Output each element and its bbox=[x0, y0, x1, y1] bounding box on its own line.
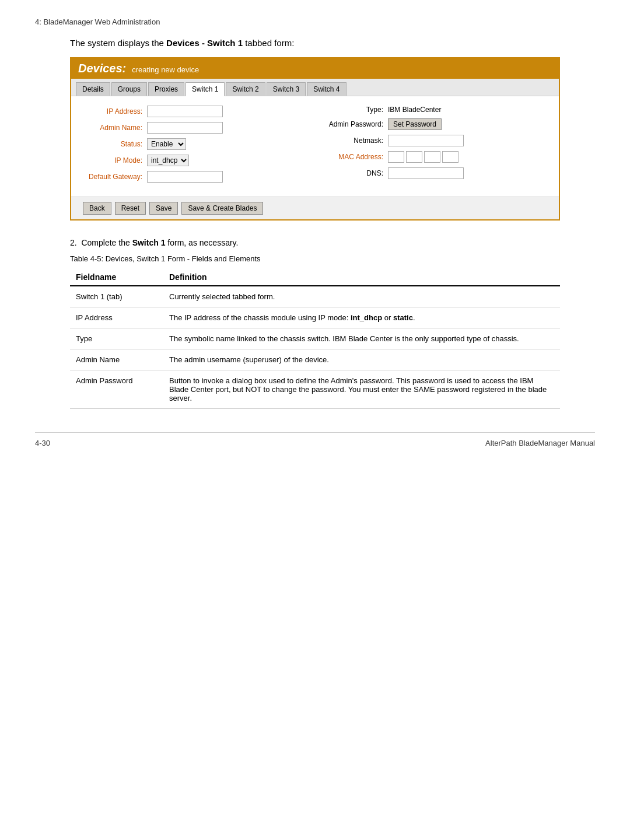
panel-body: IP Address: Admin Name: Status: Enable D… bbox=[71, 96, 559, 197]
table-row: Switch 1 (tab) Currently selected tabbed… bbox=[70, 286, 560, 307]
ip-mode-label: IP Mode: bbox=[83, 156, 147, 164]
table-row: IP Address The IP address of the chassis… bbox=[70, 307, 560, 328]
dns-label: DNS: bbox=[324, 169, 388, 177]
page-header: 4: BladeManager Web Administration bbox=[35, 18, 595, 26]
tabs-row: Details Groups Proxies Switch 1 Switch 2… bbox=[71, 79, 559, 96]
tab-proxies[interactable]: Proxies bbox=[148, 82, 184, 96]
definition-cell: The symbolic name linked to the chassis … bbox=[163, 328, 560, 349]
set-password-button[interactable]: Set Password bbox=[388, 118, 442, 130]
table-row: Admin Password Button to invoke a dialog… bbox=[70, 370, 560, 409]
fieldname-cell: Admin Name bbox=[70, 349, 163, 370]
fieldname-cell: Admin Password bbox=[70, 370, 163, 409]
definition-cell: The IP address of the chassis module usi… bbox=[163, 307, 560, 328]
dns-row: DNS: bbox=[324, 167, 547, 179]
ip-address-label: IP Address: bbox=[83, 107, 147, 116]
dns-input[interactable] bbox=[388, 167, 464, 179]
default-gateway-label: Default Gateway: bbox=[83, 173, 147, 181]
definition-cell: The admin username (superuser) of the de… bbox=[163, 349, 560, 370]
mac-address-fields bbox=[388, 151, 459, 163]
fieldname-cell: Type bbox=[70, 328, 163, 349]
save-button[interactable]: Save bbox=[149, 202, 178, 215]
intro-text: The system displays the Devices - Switch… bbox=[70, 38, 595, 48]
table-row: Type The symbolic name linked to the cha… bbox=[70, 328, 560, 349]
reset-button[interactable]: Reset bbox=[115, 202, 146, 215]
tab-switch2[interactable]: Switch 2 bbox=[226, 82, 265, 96]
mac-address-label: MAC Address: bbox=[324, 153, 388, 161]
devices-title: Devices: bbox=[78, 62, 126, 75]
admin-password-label: Admin Password: bbox=[324, 120, 388, 128]
devices-subtitle: creating new device bbox=[132, 65, 199, 74]
col-header-definition: Definition bbox=[163, 269, 560, 286]
form-section: IP Address: Admin Name: Status: Enable D… bbox=[83, 106, 547, 187]
status-row: Status: Enable Disable bbox=[83, 138, 306, 150]
footer-left: 4-30 bbox=[35, 439, 50, 447]
save-create-blades-button[interactable]: Save & Create Blades bbox=[181, 202, 263, 215]
definition-cell: Currently selected tabbed form. bbox=[163, 286, 560, 307]
ip-address-input[interactable] bbox=[147, 106, 223, 117]
panel-footer: Back Reset Save Save & Create Blades bbox=[71, 197, 559, 219]
tab-details[interactable]: Details bbox=[76, 82, 110, 96]
table-caption: Table 4-5: Devices, Switch 1 Form - Fiel… bbox=[70, 254, 595, 263]
admin-password-row: Admin Password: Set Password bbox=[324, 118, 547, 130]
step2-text: 2. Complete the Switch 1 form, as necess… bbox=[70, 238, 595, 247]
fieldname-cell: IP Address bbox=[70, 307, 163, 328]
back-button[interactable]: Back bbox=[83, 202, 111, 215]
footer-right: AlterPath BladeManager Manual bbox=[485, 439, 595, 447]
tab-groups[interactable]: Groups bbox=[111, 82, 147, 96]
type-value: IBM BladeCenter bbox=[388, 106, 441, 114]
fieldname-cell: Switch 1 (tab) bbox=[70, 286, 163, 307]
default-gateway-input[interactable] bbox=[147, 171, 223, 183]
mac-address-row: MAC Address: bbox=[324, 151, 547, 163]
table-row: Admin Name The admin username (superuser… bbox=[70, 349, 560, 370]
tab-switch3[interactable]: Switch 3 bbox=[267, 82, 306, 96]
mac-field-4[interactable] bbox=[442, 151, 459, 163]
netmask-row: Netmask: bbox=[324, 135, 547, 146]
devices-panel: Devices: creating new device Details Gro… bbox=[70, 57, 560, 220]
ip-mode-row: IP Mode: int_dhcp static bbox=[83, 155, 306, 166]
form-left: IP Address: Admin Name: Status: Enable D… bbox=[83, 106, 306, 187]
type-label: Type: bbox=[324, 106, 388, 114]
ip-address-row: IP Address: bbox=[83, 106, 306, 117]
tab-switch1[interactable]: Switch 1 bbox=[186, 82, 225, 96]
col-header-fieldname: Fieldname bbox=[70, 269, 163, 286]
netmask-label: Netmask: bbox=[324, 136, 388, 145]
devices-header: Devices: creating new device bbox=[71, 58, 559, 79]
admin-name-row: Admin Name: bbox=[83, 122, 306, 134]
status-label: Status: bbox=[83, 140, 147, 148]
admin-name-label: Admin Name: bbox=[83, 124, 147, 132]
admin-name-input[interactable] bbox=[147, 122, 223, 134]
fields-table: Fieldname Definition Switch 1 (tab) Curr… bbox=[70, 269, 560, 409]
tab-switch4[interactable]: Switch 4 bbox=[307, 82, 346, 96]
default-gateway-row: Default Gateway: bbox=[83, 171, 306, 183]
mac-field-3[interactable] bbox=[424, 151, 440, 163]
status-select[interactable]: Enable Disable bbox=[147, 138, 186, 150]
form-right: Type: IBM BladeCenter Admin Password: Se… bbox=[324, 106, 547, 187]
netmask-input[interactable] bbox=[388, 135, 464, 146]
type-row: Type: IBM BladeCenter bbox=[324, 106, 547, 114]
mac-field-2[interactable] bbox=[406, 151, 422, 163]
definition-cell: Button to invoke a dialog box used to de… bbox=[163, 370, 560, 409]
ip-mode-select[interactable]: int_dhcp static bbox=[147, 155, 189, 166]
mac-field-1[interactable] bbox=[388, 151, 404, 163]
page-footer: 4-30 AlterPath BladeManager Manual bbox=[35, 432, 595, 447]
